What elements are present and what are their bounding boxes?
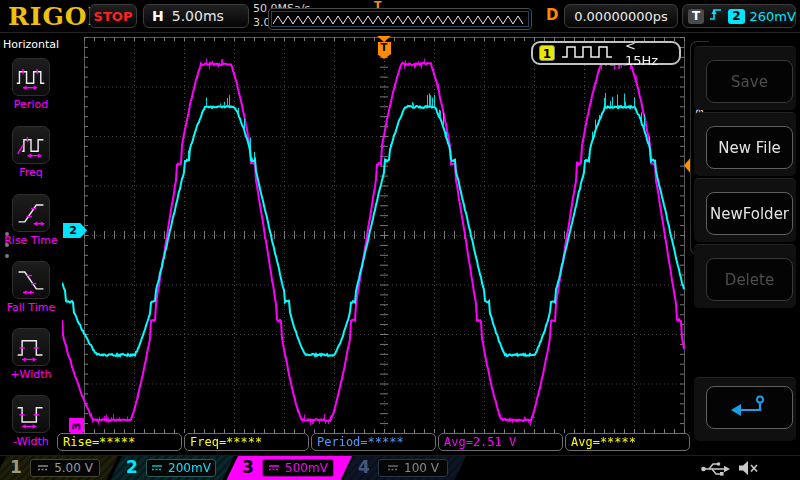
channel-4-number: 4 (358, 457, 370, 477)
timebase-value: 5.00ms (172, 8, 224, 24)
delay-label: D (546, 6, 558, 24)
sidebar-item-label: Fall Time (0, 301, 66, 314)
preview-window (271, 11, 529, 27)
delete-button[interactable]: Delete (706, 258, 793, 301)
channel-1-scale[interactable]: 5.00 V (30, 459, 100, 477)
trigger-flag-tip (377, 54, 391, 59)
trigger-position-flag[interactable]: T (377, 36, 391, 59)
trigger-source-badge: 2 (728, 9, 744, 24)
back-button[interactable] (706, 386, 793, 429)
channel-3-section[interactable]: 3 500mV (226, 456, 352, 480)
horizontal-measure-sidebar: Horizontal Period (0, 33, 62, 453)
channel-status-bar: 1 5.00 V 2 200mV 3 500mV 4 100 V (0, 455, 800, 480)
coupling-icon (387, 464, 399, 473)
usb-icon (700, 460, 730, 480)
new-folder-button[interactable]: NewFolder (706, 192, 793, 235)
trigger-flag-label: T (378, 42, 391, 54)
top-status-bar: RIGOL STOP H 5.00ms 50.0MSa/s 3.00M pts … (0, 0, 800, 33)
channel-2-number: 2 (126, 457, 138, 477)
sidebar-item-minus-width[interactable]: -Width (0, 395, 62, 457)
coupling-icon (268, 464, 280, 473)
coupling-icon (151, 464, 163, 473)
counter-source-badge: 1 (539, 45, 555, 61)
measurement-slot-rise: Rise=***** (57, 433, 182, 451)
horizontal-label: H (152, 8, 164, 24)
save-button[interactable]: Save (706, 60, 793, 103)
save-menu-panel: Save Save New File NewFolder Delete (690, 33, 800, 453)
channel-3-scale[interactable]: 500mV (262, 459, 334, 477)
sidebar-title: Horizontal (0, 38, 62, 51)
channel-1-number: 1 (10, 457, 22, 477)
trigger-label: T (688, 9, 704, 24)
measurement-slot-freq: Freq=***** (184, 433, 309, 451)
sidebar-item-label: Period (0, 98, 66, 111)
channel-2-section[interactable]: 2 200mV (110, 456, 234, 480)
sidebar-item-rise-time[interactable]: Rise Time (0, 194, 62, 256)
sidebar-item-label: +Width (0, 368, 66, 381)
return-arrow-icon (729, 393, 771, 423)
channel-2-scale[interactable]: 200mV (146, 459, 216, 477)
sidebar-item-period[interactable]: Period (0, 58, 62, 120)
fall-time-icon (12, 261, 50, 299)
freq-icon (12, 126, 50, 164)
sidebar-item-fall-time[interactable]: Fall Time (0, 261, 62, 323)
plus-width-icon (12, 328, 50, 366)
counter-value: < 15Hz (625, 38, 673, 68)
channel-4-section[interactable]: 4 100 V (342, 456, 466, 480)
measurement-slot-period: Period=***** (311, 433, 436, 451)
minus-width-icon (12, 395, 50, 433)
channel-4-scale[interactable]: 100 V (378, 459, 448, 477)
channel-1-section[interactable]: 1 5.00 V (0, 456, 118, 480)
waveform-display (62, 35, 690, 433)
rising-edge-icon (709, 6, 723, 26)
sidebar-item-plus-width[interactable]: +Width (0, 328, 62, 390)
waveform-preview-bar[interactable] (268, 8, 532, 30)
delay-readout[interactable]: 0.00000000ps (564, 4, 678, 28)
run-stop-status[interactable]: STOP (89, 4, 137, 28)
new-file-button[interactable]: New File (706, 126, 793, 169)
trigger-status-button[interactable]: T 2 260mV (682, 4, 796, 28)
sidebar-item-freq[interactable]: Freq (0, 126, 62, 188)
rise-time-icon (12, 194, 50, 232)
preview-wave (273, 13, 527, 27)
oscilloscope-screen: RIGOL STOP H 5.00ms 50.0MSa/s 3.00M pts … (0, 0, 800, 480)
period-icon (12, 58, 50, 96)
pulse-train-icon (562, 44, 618, 63)
speaker-muted-icon (738, 459, 760, 480)
timebase-button[interactable]: H 5.00ms (143, 4, 249, 28)
sidebar-item-label: Freq (0, 166, 66, 179)
trigger-level-value: 260mV (750, 9, 796, 24)
frequency-counter-badge: 1 < 15Hz (531, 41, 681, 65)
coupling-icon (37, 464, 49, 473)
measurement-slot-avg: Avg=***** (565, 433, 690, 451)
measurement-slot-avg-ch3: Avg=2.51 V (438, 433, 563, 451)
sidebar-item-label: Rise Time (0, 234, 66, 247)
channel-3-number: 3 (242, 457, 254, 477)
